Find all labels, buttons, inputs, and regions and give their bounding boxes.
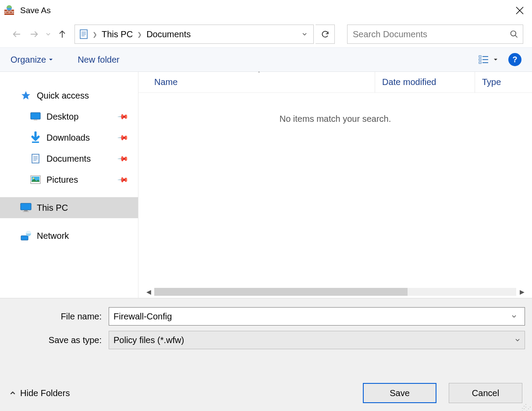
sidebar-item-label: This PC	[37, 203, 68, 213]
chevron-up-icon	[10, 390, 16, 396]
firewall-icon	[4, 5, 15, 16]
svg-rect-38	[23, 211, 29, 212]
filetype-value: Policy files (*.wfw)	[113, 335, 515, 345]
svg-point-35	[32, 177, 34, 179]
sidebar-item-label: Desktop	[46, 112, 78, 122]
address-bar[interactable]: ❯ This PC ❯ Documents	[74, 25, 314, 44]
svg-rect-39	[21, 236, 28, 240]
refresh-button[interactable]	[316, 25, 335, 44]
close-button[interactable]	[511, 2, 528, 19]
sort-indicator-icon: ˄	[258, 71, 260, 77]
filename-label: File name:	[7, 312, 109, 322]
save-button[interactable]: Save	[363, 383, 436, 403]
arrow-right-icon	[29, 29, 39, 39]
chevron-down-icon	[511, 314, 517, 319]
svg-rect-11	[80, 30, 87, 39]
refresh-icon	[321, 30, 330, 39]
svg-rect-37	[24, 210, 28, 211]
sidebar-item-label: Quick access	[37, 91, 89, 101]
download-icon	[30, 132, 41, 143]
svg-rect-18	[479, 56, 481, 57]
forward-button[interactable]	[26, 26, 42, 42]
details-view-icon	[479, 55, 491, 64]
triangle-down-icon	[493, 57, 498, 62]
hide-folders-label: Hide Folders	[20, 388, 70, 398]
empty-message: No items match your search.	[138, 93, 532, 124]
new-folder-button[interactable]: New folder	[78, 55, 120, 65]
breadcrumb-documents[interactable]: Documents	[145, 29, 192, 39]
file-pane: ˄ Name Date modified Type No items match…	[138, 72, 532, 298]
pin-icon: 📌	[117, 174, 129, 186]
cancel-button[interactable]: Cancel	[449, 383, 522, 403]
filename-history-dropdown[interactable]	[511, 314, 525, 319]
arrow-left-icon	[12, 29, 21, 39]
pc-icon	[20, 202, 32, 213]
address-dropdown[interactable]	[302, 32, 312, 37]
help-button[interactable]: ?	[508, 53, 521, 66]
new-folder-label: New folder	[78, 55, 120, 65]
svg-rect-20	[479, 62, 481, 64]
up-button[interactable]	[54, 26, 70, 42]
filetype-label: Save as type:	[7, 335, 109, 345]
column-header-name[interactable]: Name	[138, 72, 375, 92]
sidebar-item-this-pc[interactable]: This PC	[0, 197, 138, 218]
column-headers: ˄ Name Date modified Type	[138, 72, 532, 93]
scrollbar-track[interactable]	[154, 288, 516, 296]
breadcrumb-separator[interactable]: ❯	[89, 31, 101, 38]
pin-icon: 📌	[117, 152, 129, 165]
organize-menu[interactable]: Organize	[11, 55, 53, 65]
document-location-icon	[78, 29, 89, 39]
sidebar-item-quick-access[interactable]: Quick access	[0, 85, 138, 106]
search-input[interactable]	[352, 29, 507, 40]
desktop-icon	[30, 111, 41, 122]
organize-label: Organize	[11, 55, 46, 65]
svg-point-16	[511, 31, 516, 36]
sidebar-item-label: Network	[37, 231, 69, 241]
titlebar: Save As	[0, 0, 532, 21]
svg-rect-24	[31, 113, 40, 119]
close-icon	[516, 7, 524, 14]
scroll-right-icon[interactable]: ▶	[516, 288, 528, 295]
star-icon	[20, 90, 32, 101]
scrollbar-thumb[interactable]	[154, 288, 408, 296]
scroll-left-icon[interactable]: ◀	[143, 288, 154, 295]
sidebar-item-downloads[interactable]: Downloads 📌	[0, 127, 138, 148]
back-button[interactable]	[9, 26, 25, 42]
toolbar: Organize New folder ?	[0, 47, 532, 72]
recent-locations-button[interactable]	[44, 26, 53, 42]
column-header-type[interactable]: Type	[475, 72, 532, 92]
arrow-up-icon	[57, 29, 67, 39]
svg-rect-36	[21, 203, 31, 210]
sidebar-item-documents[interactable]: Documents 📌	[0, 148, 138, 169]
search-icon[interactable]	[507, 30, 518, 39]
pin-icon: 📌	[117, 131, 129, 144]
breadcrumb-separator[interactable]: ❯	[134, 31, 145, 38]
sidebar-item-pictures[interactable]: Pictures 📌	[0, 169, 138, 190]
document-icon	[30, 153, 41, 164]
chevron-down-icon	[515, 337, 520, 343]
hide-folders-toggle[interactable]: Hide Folders	[10, 388, 70, 398]
svg-rect-26	[34, 120, 37, 120]
triangle-down-icon	[49, 57, 53, 62]
sidebar-item-network[interactable]: Network	[0, 225, 138, 246]
resize-grip-icon[interactable]: ⋰⋰⋰	[521, 405, 530, 410]
sidebar-item-label: Downloads	[46, 133, 90, 143]
filename-input[interactable]	[109, 312, 511, 322]
filetype-select[interactable]: Policy files (*.wfw)	[109, 331, 525, 349]
chevron-down-icon	[46, 32, 51, 37]
filename-field-wrap	[109, 307, 525, 326]
navigation-row: ❯ This PC ❯ Documents	[0, 21, 532, 47]
picture-icon	[30, 174, 41, 185]
horizontal-scrollbar[interactable]: ◀ ▶	[138, 286, 532, 298]
pin-icon: 📌	[117, 110, 129, 123]
sidebar-item-label: Documents	[46, 154, 91, 164]
sidebar-item-desktop[interactable]: Desktop 📌	[0, 106, 138, 127]
chevron-down-icon	[302, 32, 307, 37]
search-box[interactable]	[347, 25, 523, 44]
sidebar-item-label: Pictures	[46, 175, 78, 185]
breadcrumb-this-pc[interactable]: This PC	[101, 29, 134, 39]
view-options-button[interactable]	[479, 55, 498, 64]
column-header-date[interactable]: Date modified	[375, 72, 475, 92]
svg-rect-27	[32, 142, 39, 143]
network-icon	[20, 230, 32, 241]
